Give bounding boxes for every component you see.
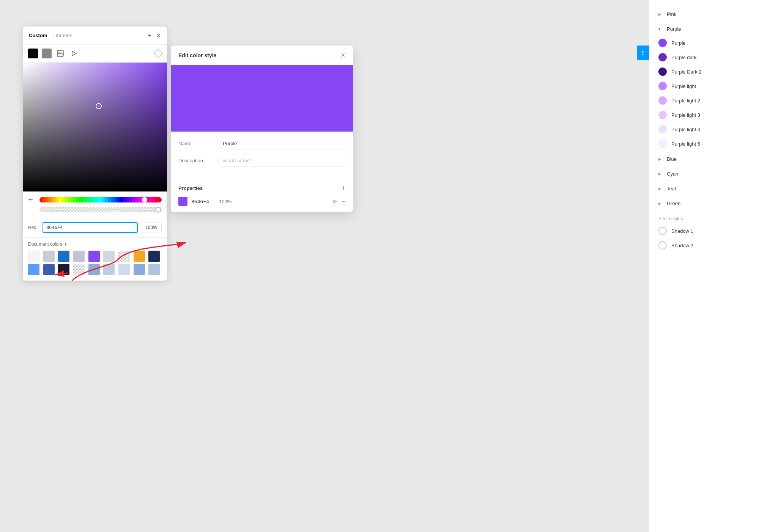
modal-close-icon[interactable]: ✕ <box>340 52 345 59</box>
modal-fields: Name Description <box>171 132 353 178</box>
sidebar-group-cyan[interactable]: ▶ Cyan <box>649 167 759 180</box>
opacity-slider[interactable] <box>39 207 162 212</box>
property-remove-icon[interactable]: − <box>341 198 345 206</box>
shadow1-icon <box>658 227 667 235</box>
green-label: Green <box>667 201 680 206</box>
doc-swatch-5[interactable] <box>88 251 100 262</box>
opacity-slider-row <box>28 207 162 212</box>
add-icon[interactable]: + <box>148 32 151 39</box>
teal-label: Teal <box>667 186 676 191</box>
sidebar-group-purple[interactable]: ▾ Purple <box>649 22 759 36</box>
gray-swatch[interactable] <box>42 49 52 58</box>
name-input[interactable] <box>219 138 345 149</box>
sidebar-item-shadow1[interactable]: Shadow 1 <box>649 224 759 238</box>
blue-label: Blue <box>667 156 677 162</box>
doc-swatch-10[interactable] <box>28 264 39 275</box>
property-actions: 👁 − <box>332 198 345 206</box>
properties-label: Properties <box>178 185 203 191</box>
hex-input[interactable] <box>43 222 138 233</box>
doc-colors-grid <box>28 251 162 275</box>
purple-light3-item-name: Purple light 3 <box>671 112 750 118</box>
sidebar-section-teal: ▶ Teal <box>649 182 759 195</box>
purple-light-color-dot <box>658 82 667 90</box>
sidebar-section-green: ▶ Green <box>649 197 759 210</box>
description-field-row: Description <box>178 155 345 166</box>
hue-slider-thumb[interactable] <box>142 197 147 202</box>
doc-swatch-17[interactable] <box>134 264 145 275</box>
tab-custom[interactable]: Custom <box>29 33 47 38</box>
close-icon[interactable]: ✕ <box>156 32 161 39</box>
pink-label: Pink <box>667 11 676 17</box>
doc-swatch-1[interactable] <box>28 251 39 262</box>
purple-light5-color-dot <box>658 140 667 148</box>
purple-light4-item-name: Purple light 4 <box>671 127 750 132</box>
gradient-picker[interactable] <box>23 63 167 191</box>
sidebar-item-purple-dark[interactable]: Purple dark <box>649 50 759 64</box>
doc-swatch-18[interactable] <box>148 264 160 275</box>
image-fill-icon[interactable] <box>55 49 65 58</box>
sidebar-group-green[interactable]: ▶ Green <box>649 197 759 210</box>
doc-swatch-7[interactable] <box>118 251 130 262</box>
black-swatch[interactable] <box>28 49 38 58</box>
doc-swatch-13[interactable] <box>73 264 85 275</box>
description-input[interactable] <box>219 155 345 166</box>
opacity-input[interactable] <box>141 223 162 232</box>
tab-libraries[interactable]: Libraries <box>53 33 72 38</box>
shadow2-icon <box>658 241 667 250</box>
doc-swatch-8[interactable] <box>134 251 145 262</box>
name-label: Name <box>178 141 213 146</box>
modal-header: Edit color style ✕ <box>171 46 353 65</box>
property-color-dot[interactable] <box>178 197 187 206</box>
gradient-picker-canvas[interactable] <box>23 63 167 191</box>
shadow2-label: Shadow 2 <box>671 243 750 248</box>
green-chevron-icon: ▶ <box>658 201 663 206</box>
sidebar-item-purple-light-3[interactable]: Purple light 3 <box>649 108 759 122</box>
doc-swatch-6[interactable] <box>103 251 115 262</box>
doc-swatch-11[interactable] <box>43 264 55 275</box>
properties-add-icon[interactable]: + <box>341 184 345 192</box>
sidebar-group-teal[interactable]: ▶ Teal <box>649 182 759 195</box>
doc-colors-chevron[interactable]: ▾ <box>65 242 67 247</box>
doc-swatch-3[interactable] <box>58 251 69 262</box>
purple-dark-item-name: Purple dark <box>671 55 750 60</box>
purple-dark2-color-dot <box>658 67 667 76</box>
video-icon[interactable] <box>69 49 79 58</box>
doc-swatch-16[interactable] <box>118 264 130 275</box>
sidebar-group-pink[interactable]: ▶ Pink <box>649 8 759 21</box>
sidebar-group-blue[interactable]: ▶ Blue <box>649 152 759 166</box>
doc-colors-header: Document colors ▾ <box>28 242 162 247</box>
sidebar-item-purple-light-2[interactable]: Purple light 2 <box>649 93 759 108</box>
doc-colors-label: Document colors <box>28 242 62 247</box>
properties-section: Properties + 8646F4 100% 👁 − <box>171 184 353 212</box>
opacity-slider-thumb[interactable] <box>156 207 161 212</box>
svg-point-3 <box>642 51 644 52</box>
doc-swatch-15[interactable] <box>103 264 115 275</box>
doc-swatch-4[interactable] <box>73 251 85 262</box>
sidebar-item-purple[interactable]: Purple <box>649 36 759 50</box>
sidebar-item-purple-light-5[interactable]: Purple light 5 <box>649 137 759 151</box>
sidebar-item-purple-light[interactable]: Purple light <box>649 79 759 93</box>
purple-dark2-item-name: Purple Dark 2 <box>671 69 750 75</box>
picker-handle[interactable] <box>96 103 102 109</box>
panel-header: Custom Libraries + ✕ <box>23 27 167 45</box>
hex-row: Hex <box>23 221 167 237</box>
modal-title: Edit color style <box>178 52 216 58</box>
property-eye-icon[interactable]: 👁 <box>332 198 337 205</box>
doc-swatch-9[interactable] <box>148 251 160 262</box>
sidebar-item-purple-light-4[interactable]: Purple light 4 <box>649 122 759 137</box>
sidebar-item-purple-dark-2[interactable]: Purple Dark 2 <box>649 64 759 79</box>
sidebar-item-shadow2[interactable]: Shadow 2 <box>649 238 759 253</box>
doc-swatch-2[interactable] <box>43 251 55 262</box>
color-tools-row <box>23 45 167 63</box>
doc-swatch-14[interactable] <box>88 264 100 275</box>
right-panel-toggle[interactable] <box>637 46 649 60</box>
purple-light3-color-dot <box>658 111 667 119</box>
diamond-icon[interactable] <box>153 49 163 58</box>
hue-slider[interactable] <box>39 197 162 202</box>
doc-swatch-12[interactable] <box>58 264 69 275</box>
teal-chevron-icon: ▶ <box>658 187 663 191</box>
purple-light2-item-name: Purple light 2 <box>671 98 750 104</box>
purple-dark-color-dot <box>658 53 667 61</box>
sliders-area: ✒ <box>23 191 167 221</box>
eyedropper-icon[interactable]: ✒ <box>28 196 36 203</box>
